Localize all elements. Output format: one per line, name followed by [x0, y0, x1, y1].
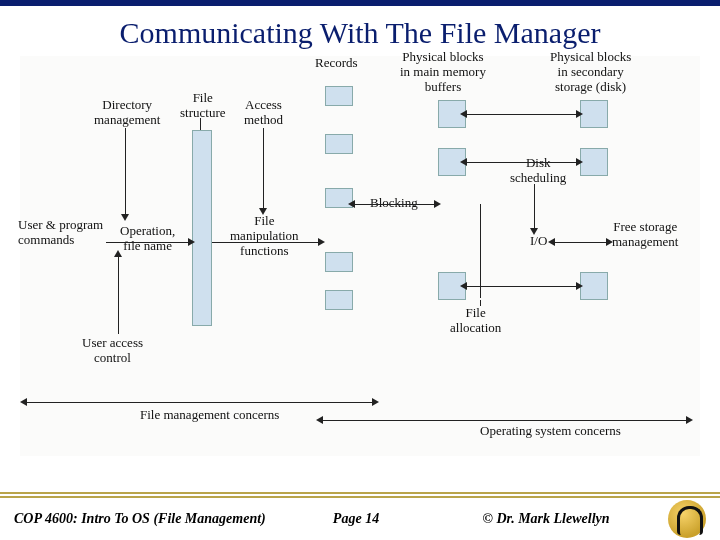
line: [26, 402, 374, 403]
arrowhead-right-icon: [606, 238, 613, 246]
line: [118, 256, 119, 334]
arrowhead-down-icon: [121, 214, 129, 221]
line: [263, 128, 264, 210]
arrowhead-down-icon: [259, 208, 267, 215]
label-main-memory-buffers: Physical blocks in main memory buffers: [400, 50, 486, 95]
arrowhead-right-icon: [188, 238, 195, 246]
label-disk-scheduling: Disk scheduling: [510, 156, 566, 186]
label-file-manipulation: File manipulation functions: [230, 214, 299, 259]
line: [466, 162, 578, 163]
arrowhead-left-icon: [316, 416, 323, 424]
arrowhead-right-icon: [576, 282, 583, 290]
label-free-storage: Free storage management: [612, 220, 678, 250]
line: [480, 204, 481, 298]
footer-author: © Dr. Mark Llewellyn: [432, 511, 660, 527]
file-manager-diagram: Records Physical blocks in main memory b…: [20, 56, 700, 456]
arrowhead-left-icon: [460, 158, 467, 166]
line: [554, 242, 608, 243]
arrowhead-left-icon: [348, 200, 355, 208]
arrowhead-right-icon: [686, 416, 693, 424]
arrowhead-right-icon: [576, 110, 583, 118]
line: [200, 118, 201, 130]
line: [106, 242, 192, 243]
label-file-allocation: File allocation: [450, 306, 501, 336]
arrowhead-left-icon: [460, 110, 467, 118]
arrowhead-left-icon: [20, 398, 27, 406]
box-disk-block: [580, 100, 608, 128]
slide-footer: COP 4600: Intro To OS (File Management) …: [0, 492, 720, 540]
footer-course: COP 4600: Intro To OS (File Management): [14, 511, 280, 527]
box-disk-block: [580, 272, 608, 300]
footer-page: Page 14: [280, 511, 432, 527]
arrowhead-down-icon: [530, 228, 538, 235]
label-records: Records: [315, 56, 358, 71]
label-secondary-storage: Physical blocks in secondary storage (di…: [550, 50, 631, 95]
arrowhead-right-icon: [372, 398, 379, 406]
line: [354, 204, 436, 205]
arrowhead-up-icon: [114, 250, 122, 257]
box-record: [325, 290, 353, 310]
line: [125, 128, 126, 216]
line: [466, 114, 578, 115]
box-disk-block: [580, 148, 608, 176]
arrowhead-right-icon: [318, 238, 325, 246]
box-record: [325, 86, 353, 106]
arrowhead-right-icon: [434, 200, 441, 208]
ucf-logo-icon: [668, 500, 706, 538]
label-access-method: Access method: [244, 98, 283, 128]
arrowhead-left-icon: [548, 238, 555, 246]
line: [322, 420, 688, 421]
slide-title: Communicating With The File Manager: [0, 16, 720, 50]
label-user-commands: User & program commands: [18, 218, 103, 248]
label-operation-filename: Operation, file name: [120, 224, 175, 254]
box-record: [325, 134, 353, 154]
label-directory-mgmt: Directory management: [94, 98, 160, 128]
line: [534, 184, 535, 230]
line: [212, 242, 322, 243]
label-file-structure: File structure: [180, 91, 225, 121]
label-user-access-control: User access control: [82, 336, 143, 366]
label-io: I/O: [530, 234, 547, 249]
arrowhead-left-icon: [460, 282, 467, 290]
label-os-concerns: Operating system concerns: [480, 424, 621, 439]
box-record: [325, 252, 353, 272]
line: [466, 286, 578, 287]
arrowhead-right-icon: [576, 158, 583, 166]
line: [480, 300, 481, 306]
label-file-mgmt-concerns: File management concerns: [140, 408, 279, 423]
box-file-structure: [192, 130, 212, 326]
top-accent-bar: [0, 0, 720, 6]
